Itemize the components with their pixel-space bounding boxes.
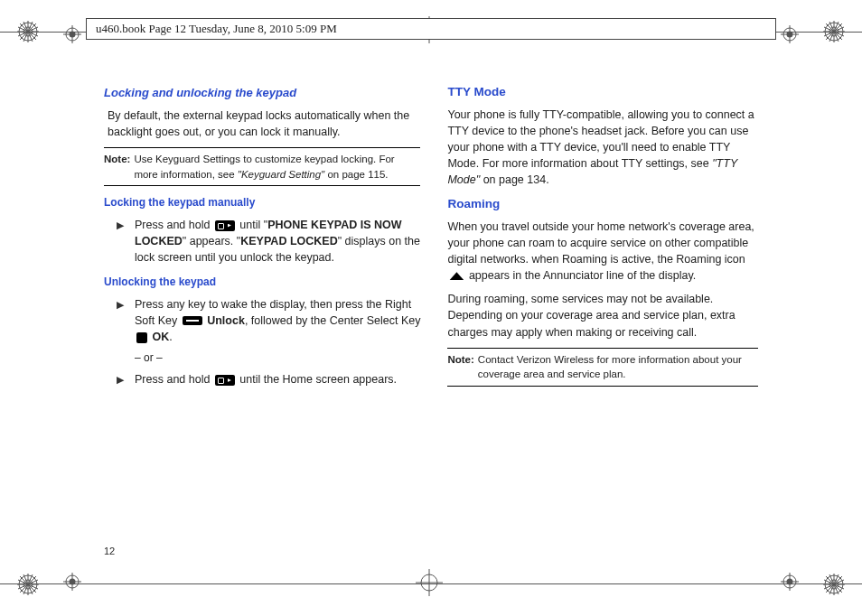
- sunburst-icon: [822, 20, 846, 43]
- registration-mark-icon: [781, 25, 799, 43]
- left-column: Locking and unlocking the keypad By defa…: [104, 83, 420, 396]
- heading-tty: TTY Mode: [447, 83, 758, 101]
- registration-mark-icon: [63, 25, 81, 43]
- note-label: Note:: [447, 352, 473, 382]
- note-label: Note:: [104, 152, 130, 182]
- heading-lock-manual: Locking the keypad manually: [104, 195, 420, 210]
- tty-paragraph: Your phone is fully TTY-compatible, allo…: [447, 107, 758, 189]
- right-column: TTY Mode Your phone is fully TTY-compati…: [447, 83, 758, 396]
- note-body: Contact Verizon Wireless for more inform…: [478, 352, 758, 382]
- header-text: u460.book Page 12 Tuesday, June 8, 2010 …: [96, 22, 337, 36]
- registration-mark-icon: [63, 573, 81, 591]
- heading-locking: Locking and unlocking the keypad: [104, 85, 420, 102]
- page-content: Locking and unlocking the keypad By defa…: [86, 54, 776, 562]
- sunburst-icon: [16, 573, 40, 596]
- heading-unlock: Unlocking the keypad: [104, 275, 420, 290]
- bullet-lock-manual: ▶ Press and hold until "PHONE KEYPAD IS …: [104, 217, 420, 266]
- note-body: Use Keyguard Settings to customize keypa…: [134, 152, 420, 182]
- key-icon: [215, 375, 235, 386]
- bullet-arrow-icon: ▶: [117, 217, 135, 266]
- roaming-icon: [449, 272, 464, 280]
- note-keyguard: Note: Use Keyguard Settings to customize…: [104, 147, 420, 186]
- sunburst-icon: [822, 573, 846, 596]
- bullet-unlock-1: ▶ Press any key to wake the display, the…: [104, 296, 420, 345]
- bullet-arrow-icon: ▶: [117, 296, 135, 345]
- soft-key-icon: [183, 316, 202, 325]
- crosshair-icon: [416, 569, 443, 596]
- document-header: u460.book Page 12 Tuesday, June 8, 2010 …: [86, 18, 776, 40]
- registration-mark-icon: [781, 573, 799, 591]
- bullet-unlock-2: ▶ Press and hold until the Home screen a…: [104, 371, 420, 387]
- intro-paragraph: By default, the external keypad locks au…: [104, 107, 420, 140]
- key-icon: [215, 220, 235, 231]
- sunburst-icon: [16, 20, 40, 43]
- roaming-paragraph-1: When you travel outside your home networ…: [447, 219, 758, 285]
- note-roaming: Note: Contact Verizon Wireless for more …: [447, 348, 758, 387]
- heading-roaming: Roaming: [447, 195, 758, 213]
- bullet-body: Press and hold until "PHONE KEYPAD IS NO…: [135, 217, 420, 266]
- or-separator: – or –: [135, 350, 420, 366]
- bullet-body: Press any key to wake the display, then …: [135, 296, 420, 345]
- bullet-arrow-icon: ▶: [117, 371, 135, 387]
- page-number: 12: [104, 546, 115, 556]
- roaming-paragraph-2: During roaming, some services may not be…: [447, 291, 758, 340]
- center-key-icon: [136, 332, 147, 343]
- bullet-body: Press and hold until the Home screen app…: [135, 371, 420, 387]
